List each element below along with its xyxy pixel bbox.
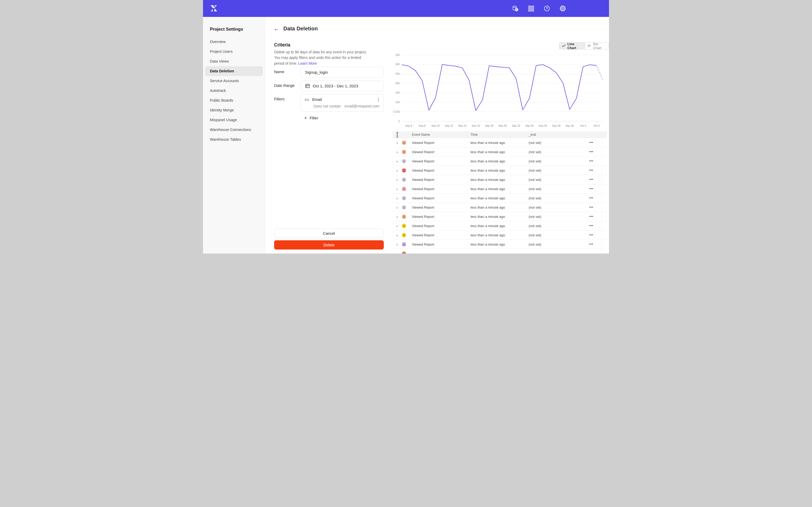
property-type-badge: Aa [305, 98, 309, 102]
cell-event-name: Viewed Report [412, 196, 470, 200]
date-range-input[interactable]: Oct 1, 2023 - Dec 1, 2023 [301, 80, 384, 91]
bar-chart-toggle[interactable]: Bar Chart [585, 43, 609, 49]
table-row[interactable]: ›Viewed Reportless than a minute ago(not… [393, 193, 607, 203]
svg-text:5,000: 5,000 [393, 110, 400, 113]
expand-chevron-icon[interactable]: › [393, 242, 402, 247]
back-button[interactable]: ← [274, 26, 280, 32]
col-header-time[interactable]: Time [470, 133, 529, 136]
filter-value[interactable]: email@mixpanel.com [345, 104, 379, 108]
svg-text:Sep 24: Sep 24 [525, 124, 534, 127]
expand-chevron-icon[interactable]: › [393, 177, 402, 182]
cell-time: less than a minute ago [470, 178, 529, 182]
table-row[interactable]: ›Viewed Reportless than a minute ago(not… [393, 157, 607, 166]
table-row[interactable]: ›Viewed Reportless than a minute ago(not… [393, 138, 607, 147]
expand-chevron-icon[interactable]: › [393, 168, 402, 173]
cell-time: less than a minute ago [470, 196, 529, 200]
sidebar-item-overview[interactable]: Overview [205, 37, 263, 47]
svg-text:Sep 8: Sep 8 [419, 124, 426, 127]
cell-event-name: Viewed Report [412, 159, 470, 163]
table-row[interactable]: ›Viewed Reportless than a minute ago(not… [393, 147, 607, 157]
cell-end: (not set) [529, 215, 581, 219]
sidebar-item-data-deletion[interactable]: Data Deletion [205, 66, 263, 76]
table-row-partial[interactable] [393, 249, 607, 253]
more-horizontal-icon[interactable]: ••• [581, 159, 602, 163]
expand-chevron-icon[interactable]: › [393, 214, 402, 219]
page-title: Data Deletion [283, 25, 318, 32]
col-header-event-name[interactable]: Event Name [412, 133, 470, 136]
svg-text:20K: 20K [395, 82, 400, 85]
cell-event-name: Viewed Report [412, 178, 470, 182]
sidebar-item-data-views[interactable]: Data Views [205, 57, 263, 66]
sidebar-item-warehouse-connections[interactable]: Warehouse Connections [205, 125, 263, 135]
svg-text:25K: 25K [395, 72, 400, 75]
table-row[interactable]: ›Viewed Reportless than a minute ago(not… [393, 175, 607, 184]
line-chart-toggle[interactable]: Line Chart [559, 43, 585, 49]
svg-text:Sep 28: Sep 28 [552, 124, 561, 127]
filter-card[interactable]: Aa Email Does not contain email@mixpanel… [301, 94, 384, 112]
add-filter-button[interactable]: + Filter [304, 116, 318, 120]
cell-time: less than a minute ago [470, 215, 529, 219]
more-horizontal-icon[interactable]: ••• [581, 233, 602, 237]
settings-gear-icon[interactable] [559, 5, 566, 12]
help-icon[interactable]: ? [544, 5, 550, 12]
sidebar-item-autotrack[interactable]: Autotrack [205, 86, 263, 96]
expand-chevron-icon[interactable]: › [393, 187, 402, 191]
expand-chevron-icon[interactable]: › [393, 140, 402, 145]
sidebar-item-project-users[interactable]: Project Users [205, 47, 263, 57]
more-horizontal-icon[interactable]: ••• [581, 242, 602, 246]
svg-text:10K: 10K [395, 101, 400, 104]
more-horizontal-icon[interactable]: ••• [581, 187, 602, 191]
avatar [402, 251, 406, 254]
sidebar-item-service-accounts[interactable]: Service Accounts [205, 76, 263, 86]
database-gear-icon[interactable] [512, 5, 519, 12]
svg-text:Oct 4: Oct 4 [594, 124, 600, 127]
sidebar-item-identity-merge[interactable]: Identity Merge [205, 105, 263, 115]
more-horizontal-icon[interactable]: ••• [581, 206, 602, 209]
sidebar-item-warehouse-tables[interactable]: Warehouse Tables [205, 135, 263, 145]
expand-chevron-icon[interactable]: › [393, 205, 402, 210]
more-horizontal-icon[interactable]: ••• [581, 224, 602, 228]
table-row[interactable]: ›Viewed Reportless than a minute ago(not… [393, 240, 607, 249]
bar-chart-label: Bar Chart [593, 42, 606, 49]
more-horizontal-icon[interactable]: ••• [581, 178, 602, 181]
filter-operator[interactable]: Does not contain [313, 104, 341, 108]
cell-event-name: Viewed Report [412, 206, 470, 209]
svg-text:0: 0 [398, 120, 400, 123]
cell-event-name: Viewed Report [412, 242, 470, 246]
table-row[interactable]: ›Viewed Reportless than a minute ago(not… [393, 166, 607, 175]
cell-event-name: Viewed Report [412, 168, 470, 172]
cell-end: (not set) [529, 196, 581, 200]
more-horizontal-icon[interactable]: ••• [581, 141, 602, 145]
mixpanel-logo[interactable]: X [209, 3, 219, 14]
table-row[interactable]: ›Viewed Reportless than a minute ago(not… [393, 203, 607, 212]
cell-time: less than a minute ago [470, 150, 529, 154]
sidebar-item-mixpanel-usage[interactable]: Mixpanel Usage [205, 115, 263, 125]
kebab-menu-icon[interactable] [376, 97, 380, 102]
expand-chevron-icon[interactable]: › [393, 159, 402, 163]
table-row[interactable]: ›Viewed Reportless than a minute ago(not… [393, 184, 607, 193]
name-input[interactable]: Signup_login [301, 67, 384, 78]
cell-end: (not set) [529, 206, 581, 209]
col-header-end[interactable]: _end [529, 133, 581, 136]
svg-text:Sep 18: Sep 18 [485, 124, 494, 127]
sidebar: Project Settings OverviewProject UsersDa… [203, 17, 265, 253]
cell-time: less than a minute ago [470, 242, 529, 246]
add-filter-label: Filter [310, 116, 318, 120]
sidebar-item-public-boards[interactable]: Public Boards [205, 96, 263, 105]
delete-button[interactable]: Delete [274, 240, 384, 249]
expand-chevron-icon[interactable]: › [393, 233, 402, 237]
more-horizontal-icon[interactable]: ••• [581, 215, 602, 218]
more-horizontal-icon[interactable]: ••• [581, 196, 602, 200]
learn-more-link[interactable]: Learn More [298, 61, 317, 65]
cancel-button[interactable]: Cancel [274, 229, 384, 238]
apps-grid-icon[interactable] [527, 5, 535, 12]
row-sort-icon[interactable] [393, 132, 402, 137]
table-row[interactable]: ›Viewed Reportless than a minute ago(not… [393, 212, 607, 221]
expand-chevron-icon[interactable]: › [393, 150, 402, 154]
expand-chevron-icon[interactable]: › [393, 224, 402, 228]
expand-chevron-icon[interactable]: › [393, 196, 402, 201]
more-horizontal-icon[interactable]: ••• [581, 150, 602, 154]
table-row[interactable]: ›Viewed Reportless than a minute ago(not… [393, 230, 607, 240]
table-row[interactable]: ›Viewed Reportless than a minute ago(not… [393, 221, 607, 230]
more-horizontal-icon[interactable]: ••• [581, 168, 602, 172]
